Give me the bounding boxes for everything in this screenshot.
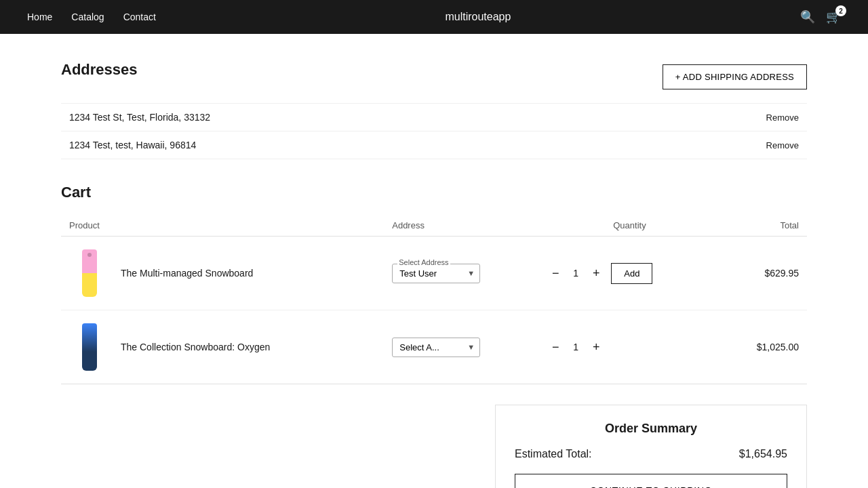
address-select-2[interactable]: Select A... ▼ (392, 338, 480, 357)
cart-address-cell-2: Select A... ▼ (384, 310, 539, 384)
nav-home[interactable]: Home (27, 12, 52, 22)
add-address-button[interactable]: + ADD SHIPPING ADDRESS (663, 64, 807, 89)
navbar: Home Catalog Contact multirouteapp 🔍 🛒 2 (0, 0, 868, 34)
remove-address-1[interactable]: Remove (766, 113, 799, 123)
nav-contact[interactable]: Contact (123, 12, 156, 22)
add-address-btn-1[interactable]: Add (611, 263, 652, 284)
estimated-total-label: Estimated Total: (515, 448, 592, 460)
cart-address-cell-1: Select Address Test User ▼ (384, 237, 539, 310)
cart-title: Cart (61, 184, 807, 201)
qty-value-1: 1 (570, 268, 581, 279)
col-address: Address (384, 215, 539, 237)
cart-product-cell-1: The Multi-managed Snowboard (61, 237, 384, 310)
continue-to-shipping-button[interactable]: CONTINUE TO SHIPPING (515, 474, 787, 488)
remove-address-2[interactable]: Remove (766, 140, 799, 150)
nav-actions: 🔍 🛒 2 (800, 9, 841, 24)
address-list: 1234 Test St, Test, Florida, 33132 Remov… (61, 103, 807, 159)
order-summary-total-row: Estimated Total: $1,654.95 (515, 448, 787, 460)
cart-icon[interactable]: 🛒 2 (826, 9, 841, 24)
cart-qty-cell-1: − 1 + Add (539, 237, 719, 310)
nav-links: Home Catalog Contact (27, 12, 156, 22)
cart-qty-cell-2: − 1 + (539, 310, 719, 384)
qty-value-2: 1 (570, 342, 581, 352)
cart-product-cell-2: The Collection Snowboard: Oxygen (61, 310, 384, 384)
main-content: Addresses + ADD SHIPPING ADDRESS 1234 Te… (47, 34, 821, 488)
address-select-1[interactable]: Test User ▼ (392, 264, 480, 283)
col-product: Product (61, 215, 384, 237)
address-text-1: 1234 Test St, Test, Florida, 33132 (69, 112, 210, 123)
estimated-total-value: $1,654.95 (739, 448, 787, 460)
qty-control-1: − 1 + Add (547, 263, 711, 284)
address-row-1: 1234 Test St, Test, Florida, 33132 Remov… (61, 103, 807, 131)
addresses-header: Addresses + ADD SHIPPING ADDRESS (61, 61, 807, 92)
cart-row-2: The Collection Snowboard: Oxygen Select … (61, 310, 807, 384)
col-total: Total (720, 215, 807, 237)
address-dropdown-2[interactable]: Select A... (392, 338, 480, 357)
col-quantity: Quantity (539, 215, 719, 237)
qty-decrease-1[interactable]: − (547, 265, 564, 281)
nav-catalog[interactable]: Catalog (71, 12, 104, 22)
order-summary-wrapper: Order Summary Estimated Total: $1,654.95… (61, 405, 807, 488)
address-select-wrapper-1: Select Address Test User ▼ (392, 264, 480, 283)
order-summary-box: Order Summary Estimated Total: $1,654.95… (495, 405, 807, 488)
qty-control-2: − 1 + (547, 339, 711, 355)
qty-increase-1[interactable]: + (588, 265, 604, 281)
cart-table: Product Address Quantity Total The Multi… (61, 215, 807, 384)
order-summary-title: Order Summary (515, 422, 787, 436)
product-image-2 (69, 320, 110, 374)
qty-increase-2[interactable]: + (588, 339, 604, 355)
address-text-2: 1234 Test, test, Hawaii, 96814 (69, 140, 196, 150)
search-icon[interactable]: 🔍 (800, 9, 815, 24)
cart-price-2: $1,025.00 (720, 310, 807, 384)
cart-row-1: The Multi-managed Snowboard Select Addre… (61, 237, 807, 310)
cart-badge: 2 (835, 5, 846, 16)
product-image-1 (69, 246, 110, 300)
product-name-1: The Multi-managed Snowboard (121, 268, 253, 279)
address-row-2: 1234 Test, test, Hawaii, 96814 Remove (61, 131, 807, 159)
cart-section: Cart Product Address Quantity Total (61, 184, 807, 384)
site-brand: multirouteapp (445, 11, 511, 23)
qty-decrease-2[interactable]: − (547, 339, 564, 355)
address-dropdown-1[interactable]: Test User (392, 264, 480, 283)
addresses-title: Addresses (61, 61, 138, 79)
cart-price-1: $629.95 (720, 237, 807, 310)
product-name-2: The Collection Snowboard: Oxygen (121, 342, 270, 352)
